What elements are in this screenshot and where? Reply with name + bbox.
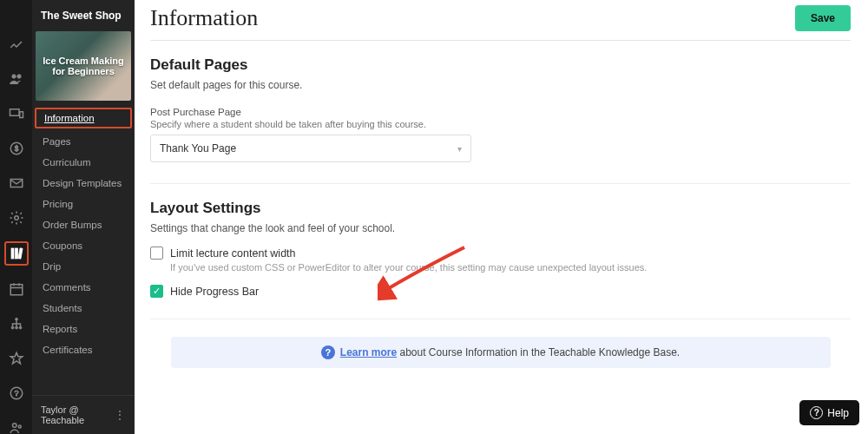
help-icon[interactable]: ?	[5, 382, 28, 404]
devices-icon[interactable]	[5, 102, 28, 125]
save-button[interactable]: Save	[795, 5, 851, 31]
learn-more-link[interactable]: Learn more	[340, 346, 397, 358]
brand-name: The Sweet Shop	[32, 0, 135, 31]
footer-user: Taylor @ Teachable	[41, 404, 114, 425]
course-card-title: Ice Cream Making for Beginners	[36, 50, 131, 82]
nav-coupons[interactable]: Coupons	[32, 235, 135, 256]
nav-comments[interactable]: Comments	[32, 277, 135, 298]
svg-rect-8	[11, 248, 14, 259]
limit-width-label: Limit lecture content width	[170, 247, 296, 260]
settings-icon[interactable]	[5, 207, 28, 229]
svg-point-1	[16, 75, 21, 79]
chevron-down-icon: ▾	[457, 144, 462, 154]
svg-text:?: ?	[14, 389, 18, 398]
nav-order-bumps[interactable]: Order Bumps	[32, 214, 135, 235]
svg-point-12	[15, 318, 17, 320]
info-bar: ? Learn more about Course Information in…	[171, 337, 831, 368]
svg-rect-3	[19, 112, 23, 118]
nav-drip[interactable]: Drip	[32, 256, 135, 277]
courses-icon[interactable]	[4, 241, 29, 266]
people-icon[interactable]	[5, 417, 28, 434]
limit-width-help: If you've used custom CSS or PowerEditor…	[170, 262, 851, 273]
layout-heading: Layout Settings	[150, 200, 851, 217]
hide-progress-checkbox[interactable]: ✓	[150, 285, 163, 298]
info-bar-text: about Course Information in the Teachabl…	[397, 346, 680, 358]
post-purchase-label: Post Purchase Page	[150, 107, 851, 117]
nav-reports[interactable]: Reports	[32, 319, 135, 339]
help-button-label: Help	[827, 407, 849, 419]
post-purchase-value: Thank You Page	[160, 142, 236, 155]
svg-rect-2	[10, 109, 19, 116]
course-card[interactable]: Ice Cream Making for Beginners	[36, 31, 131, 101]
sitemap-icon[interactable]	[5, 312, 28, 335]
main-content: Information Save Default Pages Set defau…	[135, 0, 868, 434]
star-icon[interactable]	[5, 347, 28, 370]
nav-pricing[interactable]: Pricing	[32, 194, 135, 214]
svg-point-7	[14, 216, 18, 220]
calendar-icon[interactable]	[5, 278, 28, 300]
footer-menu-icon[interactable]: ⋮	[114, 408, 126, 422]
limit-width-checkbox[interactable]	[150, 247, 163, 260]
nav-pages[interactable]: Pages	[32, 131, 135, 152]
help-button-icon: ?	[810, 406, 823, 419]
svg-point-13	[11, 326, 14, 329]
default-pages-heading: Default Pages	[150, 56, 851, 74]
dollar-icon[interactable]: $	[5, 137, 28, 160]
svg-rect-9	[15, 248, 17, 259]
svg-point-14	[15, 326, 17, 329]
svg-text:$: $	[14, 145, 18, 153]
svg-point-18	[12, 424, 16, 428]
page-title: Information	[150, 5, 258, 31]
nav-certificates[interactable]: Certificates	[32, 339, 135, 360]
email-icon[interactable]	[5, 172, 28, 194]
info-icon: ?	[321, 345, 335, 359]
svg-point-0	[11, 75, 16, 79]
layout-sub: Settings that change the look and feel o…	[150, 222, 851, 234]
svg-point-15	[19, 326, 22, 329]
svg-point-19	[18, 425, 21, 428]
default-pages-sub: Set default pages for this course.	[150, 79, 851, 91]
analytics-icon[interactable]	[5, 33, 28, 56]
nav-information[interactable]: Information	[35, 108, 132, 128]
sidebar: The Sweet Shop Ice Cream Making for Begi…	[32, 0, 135, 434]
post-purchase-select[interactable]: Thank You Page ▾	[150, 135, 471, 162]
nav-curriculum[interactable]: Curriculum	[32, 152, 135, 173]
svg-rect-10	[17, 248, 22, 259]
nav-design-templates[interactable]: Design Templates	[32, 173, 135, 194]
post-purchase-help: Specify where a student should be taken …	[150, 119, 851, 129]
help-button[interactable]: ? Help	[799, 400, 859, 425]
svg-rect-11	[10, 285, 23, 295]
nav-students[interactable]: Students	[32, 298, 135, 319]
users-icon[interactable]	[5, 68, 28, 90]
hide-progress-label: Hide Progress Bar	[170, 286, 259, 298]
